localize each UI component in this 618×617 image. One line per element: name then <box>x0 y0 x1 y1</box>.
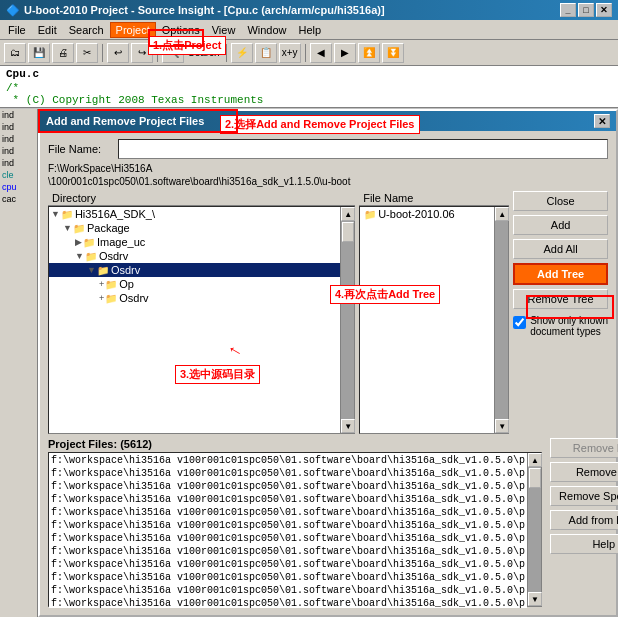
project-files-label: Project Files: (5612) <box>48 438 542 450</box>
tree-item-2[interactable]: ▼ 📁 Package <box>49 221 340 235</box>
tree-item-5[interactable]: ▼ 📁 Osdrv <box>49 263 340 277</box>
code-line-1: /* <box>6 82 19 94</box>
folder-icon-1: 📁 <box>61 209 73 220</box>
file-scroll-down[interactable]: ▼ <box>495 419 509 433</box>
menu-edit[interactable]: Edit <box>32 22 63 38</box>
maximize-button[interactable]: □ <box>578 3 594 17</box>
toolbar-btn-7[interactable]: 🔍 <box>162 43 184 63</box>
scroll-up-btn[interactable]: ▲ <box>341 207 355 221</box>
toolbar-btn-8[interactable]: ⚡ <box>231 43 253 63</box>
left-item-8[interactable]: cac <box>0 193 37 205</box>
toolbar-sep-1 <box>102 44 103 62</box>
close-button[interactable]: Close <box>513 191 608 211</box>
folder-icon-2: 📁 <box>73 223 85 234</box>
tree-item-3[interactable]: ▶ 📁 Image_uc <box>49 235 340 249</box>
project-files-main: Project Files: (5612) f:\workspace\hi351… <box>48 438 542 607</box>
dialog-close-button[interactable]: ✕ <box>594 114 610 128</box>
directory-panel[interactable]: ▼ 📁 Hi3516A_SDK_\ ▼ 📁 Package ▶ <box>49 207 340 433</box>
scroll-down-btn[interactable]: ▼ <box>341 419 355 433</box>
left-item-2[interactable]: ind <box>0 121 37 133</box>
menu-options[interactable]: Options <box>156 22 206 38</box>
file-scrollbar[interactable]: ▲ ▼ <box>494 207 508 433</box>
toolbar-btn-3[interactable]: 🖨 <box>52 43 74 63</box>
tree-item-7[interactable]: + 📁 Osdrv <box>49 291 340 305</box>
tree-label-2: Package <box>87 222 130 234</box>
file-list-wrapper: f:\workspace\hi3516a v100r001c01spc050\0… <box>48 452 542 607</box>
file-list-area[interactable]: f:\workspace\hi3516a v100r001c01spc050\0… <box>49 453 527 608</box>
add-all-button[interactable]: Add All <box>513 239 608 259</box>
toolbar-btn-10[interactable]: x+y <box>279 43 301 63</box>
menu-project[interactable]: Project <box>110 22 156 38</box>
title-bar-left: 🔷 U-boot-2010 Project - Source Insight -… <box>6 4 385 17</box>
tree-toggle-4: ▼ <box>75 251 84 261</box>
tree-label-1: Hi3516A_SDK_\ <box>75 208 155 220</box>
tree-item-6[interactable]: + 📁 Op <box>49 277 340 291</box>
file-item-1[interactable]: 📁 U-boot-2010.06 <box>360 207 494 221</box>
search-label: Search <box>186 47 222 58</box>
left-item-6[interactable]: cle <box>0 169 37 181</box>
toolbar-btn-2[interactable]: 💾 <box>28 43 50 63</box>
file-list-scrollbar[interactable]: ▲ ▼ <box>527 453 541 606</box>
menu-search[interactable]: Search <box>63 22 110 38</box>
path-display-1: F:\WorkSpace\Hi3516A <box>48 163 608 174</box>
file-section: File Name 📁 U-boot-2010.06 ▲ ▼ <box>359 191 509 434</box>
minimize-button[interactable]: _ <box>560 3 576 17</box>
folder-icon-3: 📁 <box>83 237 95 248</box>
show-only-known-checkbox[interactable] <box>513 316 526 329</box>
file-list-line-1: f:\workspace\hi3516a v100r001c01spc050\0… <box>51 454 525 467</box>
toolbar-sep-2 <box>157 44 158 62</box>
toolbar-sep-4 <box>305 44 306 62</box>
file-name-header: File Name <box>359 191 509 206</box>
toolbar-btn-1[interactable]: 🗂 <box>4 43 26 63</box>
dir-panel-wrapper: ▼ 📁 Hi3516A_SDK_\ ▼ 📁 Package ▶ <box>48 206 355 434</box>
fl-scroll-up[interactable]: ▲ <box>528 453 542 467</box>
toolbar-btn-4[interactable]: ✂ <box>76 43 98 63</box>
toolbar-btn-9[interactable]: 📋 <box>255 43 277 63</box>
file-list-line-2: f:\workspace\hi3516a v100r001c01spc050\0… <box>51 467 525 480</box>
toolbar-btn-14[interactable]: ⏬ <box>382 43 404 63</box>
tree-item-1[interactable]: ▼ 📁 Hi3516A_SDK_\ <box>49 207 340 221</box>
toolbar-btn-11[interactable]: ◀ <box>310 43 332 63</box>
directory-header: Directory <box>48 191 355 206</box>
menu-file[interactable]: File <box>2 22 32 38</box>
code-line-3: * <box>6 106 19 108</box>
folder-icon-5: 📁 <box>97 265 109 276</box>
folder-icon-6: 📁 <box>105 279 117 290</box>
left-item-1[interactable]: ind <box>0 109 37 121</box>
file-scroll-up[interactable]: ▲ <box>495 207 509 221</box>
add-from-list-button[interactable]: Add from list... <box>550 510 618 530</box>
main-panels-row: Directory ▼ 📁 Hi3516A_SDK_\ ▼ 📁 <box>48 191 608 434</box>
tree-item-4[interactable]: ▼ 📁 Osdrv <box>49 249 340 263</box>
title-bar: 🔷 U-boot-2010 Project - Source Insight -… <box>0 0 618 20</box>
help-button[interactable]: Help <box>550 534 618 554</box>
remove-all-button[interactable]: Remove All <box>550 462 618 482</box>
file-list-line-4: f:\workspace\hi3516a v100r001c01spc050\0… <box>51 493 525 506</box>
dialog-title-bar: Add and Remove Project Files ✕ <box>40 111 616 131</box>
menu-view[interactable]: View <box>206 22 242 38</box>
fl-scroll-thumb[interactable] <box>529 468 541 488</box>
toolbar-btn-13[interactable]: ⏫ <box>358 43 380 63</box>
toolbar-btn-12[interactable]: ▶ <box>334 43 356 63</box>
menu-help[interactable]: Help <box>293 22 328 38</box>
toolbar-btn-5[interactable]: ↩ <box>107 43 129 63</box>
left-item-7[interactable]: cpu <box>0 181 37 193</box>
menu-window[interactable]: Window <box>241 22 292 38</box>
file-panel[interactable]: 📁 U-boot-2010.06 <box>360 207 494 433</box>
dir-section: Directory ▼ 📁 Hi3516A_SDK_\ ▼ 📁 <box>48 191 355 434</box>
toolbar-btn-6[interactable]: ↪ <box>131 43 153 63</box>
left-item-3[interactable]: ind <box>0 133 37 145</box>
left-item-4[interactable]: ind <box>0 145 37 157</box>
add-remove-dialog: Add and Remove Project Files ✕ File Name… <box>38 109 618 617</box>
remove-file-button[interactable]: Remove File <box>550 438 618 458</box>
add-tree-button[interactable]: Add Tree <box>513 263 608 285</box>
dir-scrollbar[interactable]: ▲ ▼ <box>340 207 354 433</box>
left-item-5[interactable]: ind <box>0 157 37 169</box>
remove-tree-button[interactable]: Remove Tree <box>513 289 608 309</box>
fl-scroll-down[interactable]: ▼ <box>528 592 542 606</box>
close-button[interactable]: ✕ <box>596 3 612 17</box>
app-icon: 🔷 <box>6 4 20 17</box>
add-button[interactable]: Add <box>513 215 608 235</box>
file-name-input[interactable] <box>118 139 608 159</box>
scroll-thumb[interactable] <box>342 222 354 242</box>
remove-special-button[interactable]: Remove Special... <box>550 486 618 506</box>
